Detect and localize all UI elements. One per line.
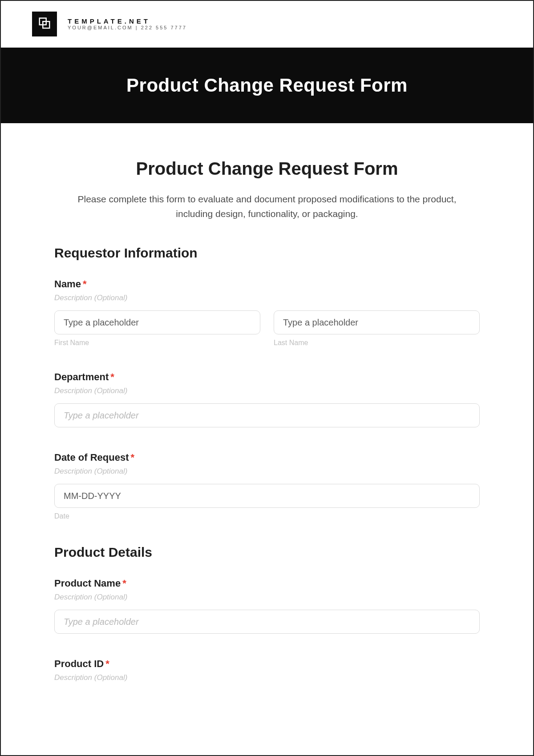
product-name-input[interactable] <box>54 610 480 634</box>
required-mark: * <box>83 278 87 290</box>
form-intro: Please complete this form to evaluate an… <box>71 192 463 221</box>
section-heading-product: Product Details <box>54 545 480 560</box>
label-department: Department* <box>54 371 480 383</box>
form-title: Product Change Request Form <box>54 159 480 179</box>
label-date-text: Date of Request <box>54 452 129 463</box>
field-date: Date of Request* Description (Optional) … <box>54 452 480 520</box>
label-product-id-text: Product ID <box>54 658 104 669</box>
desc-department: Description (Optional) <box>54 386 480 395</box>
date-input[interactable] <box>54 484 480 508</box>
department-input[interactable] <box>54 403 480 427</box>
label-department-text: Department <box>54 371 109 382</box>
desc-date: Description (Optional) <box>54 467 480 476</box>
field-product-name: Product Name* Description (Optional) <box>54 578 480 634</box>
desc-name: Description (Optional) <box>54 294 480 302</box>
required-mark: * <box>105 658 109 669</box>
letterhead: TEMPLATE.NET YOUR@EMAIL.COM | 222 555 77… <box>1 1 533 48</box>
label-date: Date of Request* <box>54 452 480 463</box>
required-mark: * <box>130 452 134 463</box>
label-product-id: Product ID* <box>54 658 480 670</box>
label-product-name: Product Name* <box>54 578 480 589</box>
brand-contact: YOUR@EMAIL.COM | 222 555 7777 <box>68 25 187 31</box>
sublabel-date: Date <box>54 512 480 520</box>
section-heading-requestor: Requestor Information <box>54 245 480 261</box>
sublabel-last-name: Last Name <box>274 339 480 347</box>
label-name: Name* <box>54 278 480 290</box>
banner-title: Product Change Request Form <box>126 75 408 96</box>
label-name-text: Name <box>54 278 81 290</box>
form-body: Product Change Request Form Please compl… <box>1 123 533 682</box>
desc-product-id: Description (Optional) <box>54 673 480 682</box>
desc-product-name: Description (Optional) <box>54 593 480 602</box>
field-product-id: Product ID* Description (Optional) <box>54 658 480 682</box>
required-mark: * <box>110 371 114 382</box>
brand-name: TEMPLATE.NET <box>68 17 187 25</box>
sublabel-first-name: First Name <box>54 339 260 347</box>
first-name-input[interactable] <box>54 310 260 334</box>
brand-text: TEMPLATE.NET YOUR@EMAIL.COM | 222 555 77… <box>68 17 187 31</box>
brand-logo <box>32 12 57 36</box>
field-department: Department* Description (Optional) <box>54 371 480 427</box>
required-mark: * <box>122 578 126 589</box>
document-page: TEMPLATE.NET YOUR@EMAIL.COM | 222 555 77… <box>0 0 534 756</box>
label-product-name-text: Product Name <box>54 578 121 589</box>
field-name: Name* Description (Optional) First Name … <box>54 278 480 347</box>
last-name-input[interactable] <box>274 310 480 334</box>
logo-icon <box>38 16 51 32</box>
title-banner: Product Change Request Form <box>1 48 533 123</box>
